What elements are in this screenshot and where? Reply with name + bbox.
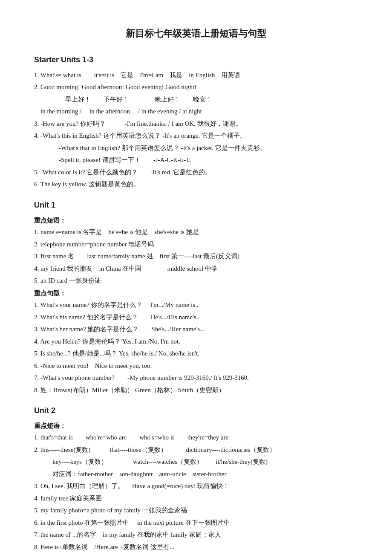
section-unit1: Unit 1 重点短语： 1. name's=name is 名字是 he's=… <box>34 199 358 396</box>
section-unit2: Unit 2 重点短语： 1. that's=that is who're=wh… <box>34 404 358 552</box>
list-item: 5. an ID card 一张身份证 <box>34 275 358 286</box>
unit1-phrases-label: 重点短语： <box>34 215 358 226</box>
list-item: 4. Are you Helen? 你是海伦吗？ Yes, I am./No, … <box>34 336 358 347</box>
list-item: 对应词：father-mother son-daughter aunt-uncl… <box>34 469 358 480</box>
list-item: 1. that's=that is who're=who are who's=w… <box>34 432 358 443</box>
list-item: key----keys（复数） watch----watches（复数） it/… <box>34 457 358 468</box>
list-item: 3. -How are you? 你好吗？ -I'm fine,thanks. … <box>34 119 358 130</box>
unit1-phrases: 重点短语： 1. name's=name is 名字是 he's=he is 他… <box>34 215 358 286</box>
list-item: 8. Here is+单数名词 /Here are +复数名词 这里有... <box>34 542 358 553</box>
list-item: 2. this-----these(复数) that----those（复数） … <box>34 445 358 456</box>
unit2-phrases-label: 重点短语： <box>34 421 358 432</box>
list-item: 6. in the first photo 在第一张照片中 in the nex… <box>34 517 358 529</box>
starter-heading: Starter Units 1-3 <box>34 53 358 66</box>
unit2-heading: Unit 2 <box>34 404 358 417</box>
starter-content: 1. What's= what is it's=it is 它是 I'm=I a… <box>34 70 358 190</box>
unit1-sentences-label: 重点句型： <box>34 288 358 299</box>
list-item: 3. What's her name? 她的名字是什么？ She's.../He… <box>34 324 358 335</box>
list-item: 早上好！ 下午好！ 晚上好！ 晚安！ <box>34 94 358 105</box>
unit2-phrases: 重点短语： 1. that's=that is who're=who are w… <box>34 421 358 553</box>
unit1-sentences: 重点句型： 1. What's your name? 你的名字是什么？ I'm.… <box>34 288 358 396</box>
list-item: 5. Is she/he...? 他是/她是...吗？ Yes, she/he … <box>34 348 358 359</box>
list-item: 5. -What color is it? 它是什么颜色的？ -It's red… <box>34 167 358 178</box>
list-item: in the morning / in the afternoon / in t… <box>34 106 358 117</box>
list-item: -Spell it, please! 请拼写一下！ -J-A-C-K-E-T. <box>34 155 358 166</box>
list-item: 7. the name of ...的名字 in my family 在我的家中… <box>34 529 358 541</box>
list-item: 3. first name 名 last name/family name 姓 … <box>34 251 358 262</box>
list-item: 1. name's=name is 名字是 he's=he is 他是 she'… <box>34 227 358 238</box>
list-item: 1. What's= what is it's=it is 它是 I'm=I a… <box>34 70 358 81</box>
list-item: 7. -What's your phone number? -My phone … <box>34 373 358 384</box>
list-item: 2. Good morning! Good afternoon! Good ev… <box>34 82 358 93</box>
list-item: 2. telephone number=phone number 电话号码 <box>34 239 358 250</box>
list-item: 6. The key is yellow. 这钥匙是黄色的。 <box>34 179 358 190</box>
list-item: 2. What's his name? 他的名字是什么？ He's.../His… <box>34 312 358 323</box>
section-starter: Starter Units 1-3 1. What's= what is it'… <box>34 53 358 190</box>
list-item: 8. 姓：Brown(布朗）Miller（米勒） Green（格林） Smith… <box>34 385 358 396</box>
list-item: 4. family tree 家庭关系图 <box>34 493 358 504</box>
list-item: -What's that in English? 那个用英语怎么说？ -It's… <box>34 143 358 154</box>
list-item: 5. my family photo=a photo of my family … <box>34 505 358 516</box>
page-title: 新目标七年级英语上册短语与句型 <box>34 26 358 41</box>
unit1-heading: Unit 1 <box>34 199 358 212</box>
list-item: 4. -What's this in English? 这个用英语怎么说？ -I… <box>34 130 358 142</box>
list-item: 1. What's your name? 你的名字是什么？ I'm.../My … <box>34 300 358 311</box>
list-item: 6. -Nice to meet you! Nice to meet you, … <box>34 361 358 372</box>
list-item: 3. Oh, I see. 我明白（理解）了。 Have a good(=nic… <box>34 481 358 492</box>
list-item: 4. my friend 我的朋友 in China 在中国 middle sc… <box>34 263 358 275</box>
